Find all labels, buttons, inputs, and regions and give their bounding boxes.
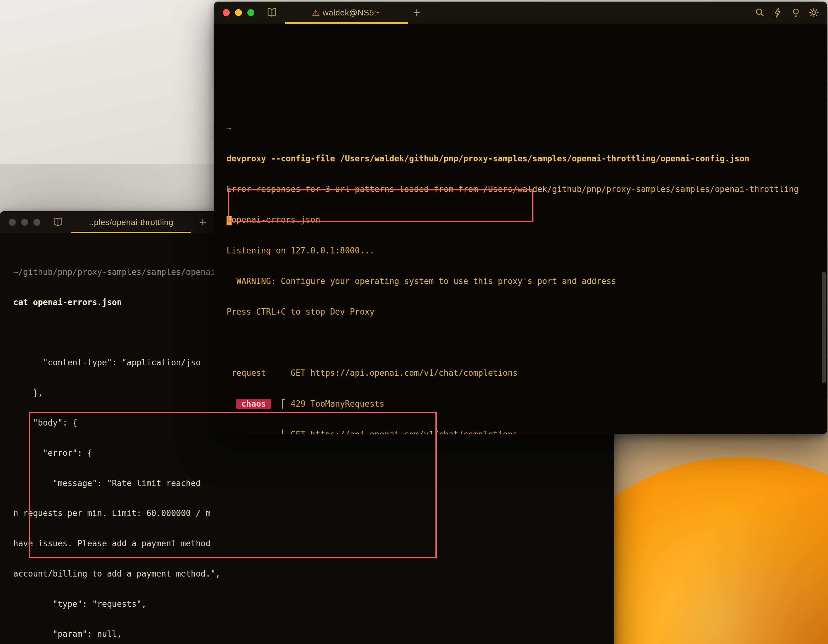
zoom-button[interactable] — [247, 9, 254, 16]
terminal-line: Error responses for 3 url patterns loade… — [227, 184, 827, 194]
close-button[interactable] — [9, 219, 16, 226]
terminal-line: "message": "Rate limit reached — [13, 479, 614, 488]
chaos-prefix — [227, 399, 236, 408]
request-log-line: request GET https://api.openai.com/v1/ch… — [227, 368, 827, 378]
traffic-lights — [9, 219, 40, 226]
minimize-button[interactable] — [235, 9, 242, 16]
tab-title: ..ples/openai-throttling — [89, 217, 174, 227]
new-tab-button[interactable]: + — [199, 215, 206, 229]
terminal-line: n requests per min. Limit: 60.000000 / m — [13, 509, 614, 518]
close-button[interactable] — [223, 9, 230, 16]
wallpaper-corner-shade — [645, 493, 828, 644]
search-icon[interactable] — [754, 7, 765, 18]
titlebar-toolbar — [754, 7, 819, 18]
chaos-text: ⎡ 429 TooManyRequests — [271, 399, 384, 408]
new-tab-button[interactable]: + — [413, 5, 420, 20]
terminal-line: account/billing to add a payment method.… — [13, 569, 614, 579]
book-icon[interactable] — [266, 7, 278, 18]
terminal-line: "param": null, — [13, 629, 614, 639]
chaos-log-line: chaos ⎡ 429 TooManyRequests — [227, 399, 827, 409]
gear-icon[interactable] — [808, 7, 819, 18]
book-icon[interactable] — [52, 217, 64, 228]
tab-title: waldek@NS5:~ — [323, 8, 381, 18]
terminal-line: ~ — [227, 123, 827, 133]
terminal-line: Listening on 127.0.0.1:8000... — [227, 245, 827, 256]
lightning-icon[interactable] — [773, 7, 783, 18]
terminal-line: have issues. Please add a payment method — [13, 539, 614, 549]
warning-icon: ⚠ — [312, 8, 320, 18]
terminal-line: /openai-errors.json — [227, 215, 827, 225]
terminal-line: "type": "requests", — [13, 599, 614, 609]
minimize-button[interactable] — [21, 219, 28, 226]
zoom-button[interactable] — [33, 219, 40, 226]
tab-active-back[interactable]: ..ples/openai-throttling — [70, 211, 193, 233]
scrollbar-thumb[interactable] — [822, 272, 826, 383]
terminal-window-front: ⚠ waldek@NS5:~ + ~ — [214, 2, 827, 434]
desktop: ..ples/openai-throttling + ~/github/pnp/… — [0, 0, 828, 644]
terminal-line: "error": { — [13, 448, 614, 458]
command-line: devproxy --config-file /Users/waldek/git… — [227, 154, 827, 163]
terminal-line: WARNING: Configure your operating system… — [227, 276, 827, 286]
chaos-get-line: ⎣ GET https://api.openai.com/v1/chat/com… — [227, 429, 827, 434]
tab-active-front[interactable]: ⚠ waldek@NS5:~ — [284, 2, 409, 24]
titlebar-front[interactable]: ⚠ waldek@NS5:~ + — [214, 2, 827, 24]
chaos-badge: chaos — [236, 399, 271, 409]
terminal-line: Press CTRL+C to stop Dev Proxy — [227, 307, 827, 317]
terminal-cursor — [227, 216, 232, 225]
terminal-line — [227, 337, 827, 347]
terminal-content-front[interactable]: ~ devproxy --config-file /Users/waldek/g… — [214, 24, 827, 434]
traffic-lights — [223, 9, 254, 16]
lightbulb-icon[interactable] — [790, 7, 801, 18]
